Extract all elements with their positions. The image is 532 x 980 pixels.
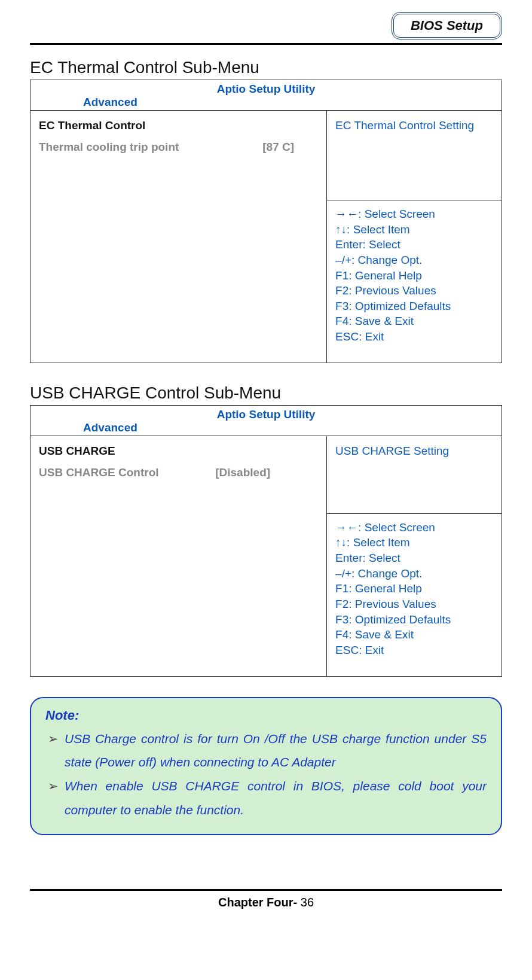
footer-chapter: Chapter Four- [218,896,301,909]
bios-help-text: EC Thermal Control Setting [327,111,502,200]
note-list: USB Charge control is for turn On /Off t… [45,727,487,823]
note-box: Note: USB Charge control is for turn On … [30,697,502,836]
key-hint: F2: Previous Values [335,596,493,612]
key-hint: –/+: Change Opt. [335,566,493,582]
bios-header: Aptio Setup Utility Advanced [30,80,502,111]
setting-row: USB CHARGE Control [Disabled] [39,466,318,479]
key-hint: F3: Optimized Defaults [335,612,493,628]
section-heading-usb-charge: USB CHARGE Control Sub-Menu [30,384,502,403]
key-hint: ESC: Exit [335,329,493,345]
bios-left-pane: USB CHARGE USB CHARGE Control [Disabled] [30,436,326,676]
bios-tab-advanced: Advanced [35,96,497,109]
bios-left-pane: EC Thermal Control Thermal cooling trip … [30,111,326,363]
group-title: EC Thermal Control [39,119,318,132]
key-hint: ESC: Exit [335,643,493,658]
key-hint: ↑↓: Select Item [335,535,493,550]
setting-label: USB CHARGE Control [39,466,215,479]
bios-tab-advanced: Advanced [35,421,497,434]
footer-divider [30,889,502,891]
chapter-badge: BIOS Setup [392,12,502,39]
key-hint: F3: Optimized Defaults [335,299,493,314]
key-hint: F2: Previous Values [335,283,493,299]
page-footer: Chapter Four- 36 [30,896,502,909]
note-title: Note: [45,708,487,723]
bios-box-ec-thermal: Aptio Setup Utility Advanced EC Thermal … [30,80,502,363]
key-hint: Enter: Select [335,550,493,566]
document-page: BIOS Setup EC Thermal Control Sub-Menu A… [0,0,532,927]
setting-value: [87 C] [262,141,318,154]
bios-right-pane: USB CHARGE Setting →←: Select Screen ↑↓:… [326,436,502,676]
key-hint: ↑↓: Select Item [335,222,493,238]
key-hint: F4: Save & Exit [335,627,493,643]
key-hint: F1: General Help [335,268,493,284]
key-hint: Enter: Select [335,237,493,252]
bios-utility-title: Aptio Setup Utility [35,408,497,421]
key-hint: →←: Select Screen [335,206,493,222]
bios-key-legend: →←: Select Screen ↑↓: Select Item Enter:… [327,514,502,676]
group-title: USB CHARGE [39,445,318,458]
bios-key-legend: →←: Select Screen ↑↓: Select Item Enter:… [327,200,502,363]
header-divider [30,43,502,45]
setting-label: Thermal cooling trip point [39,141,262,154]
bios-box-usb-charge: Aptio Setup Utility Advanced USB CHARGE … [30,405,502,677]
bios-header: Aptio Setup Utility Advanced [30,406,502,436]
key-hint: →←: Select Screen [335,520,493,535]
bios-utility-title: Aptio Setup Utility [35,83,497,96]
key-hint: F4: Save & Exit [335,314,493,329]
bios-body: EC Thermal Control Thermal cooling trip … [30,111,502,363]
bios-body: USB CHARGE USB CHARGE Control [Disabled]… [30,436,502,676]
note-item: USB Charge control is for turn On /Off t… [48,727,487,775]
header-row: BIOS Setup [30,12,502,39]
setting-value: [Disabled] [215,466,318,479]
key-hint: F1: General Help [335,581,493,596]
footer-page-number: 36 [301,896,314,909]
section-heading-ec-thermal: EC Thermal Control Sub-Menu [30,58,502,77]
bios-right-pane: EC Thermal Control Setting →←: Select Sc… [326,111,502,363]
note-item: When enable USB CHARGE control in BIOS, … [48,774,487,822]
setting-row: Thermal cooling trip point [87 C] [39,141,318,154]
key-hint: –/+: Change Opt. [335,252,493,268]
bios-help-text: USB CHARGE Setting [327,436,502,514]
